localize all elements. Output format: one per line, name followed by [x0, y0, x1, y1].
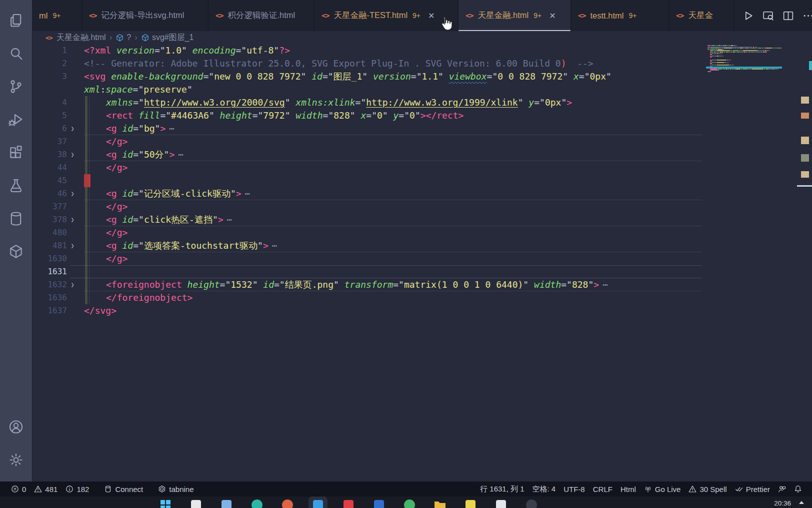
status-bell[interactable]: [790, 481, 806, 496]
code-row[interactable]: 46❯<g id="记分区域-click驱动">⋯: [32, 187, 812, 200]
split-editor-icon[interactable]: [782, 10, 794, 22]
tab-天星金融.html[interactable]: <>天星金融.html9+✕: [458, 0, 571, 31]
activity-package-icon[interactable]: [0, 235, 32, 268]
code-row[interactable]: 45: [32, 174, 812, 187]
code-row[interactable]: 5<rect fill="#4463A6" height="7972" widt…: [32, 109, 812, 122]
fold-chevron-icon[interactable]: ❯: [67, 122, 78, 135]
activity-search-icon[interactable]: [0, 37, 32, 70]
tab-天星金[interactable]: <>天星金: [669, 0, 734, 31]
code-row[interactable]: 377</g>: [32, 200, 812, 213]
code-row[interactable]: 37</g>: [32, 135, 812, 148]
run-icon[interactable]: [742, 10, 754, 22]
fold-chevron-icon[interactable]: ❯: [67, 278, 78, 291]
line-number[interactable]: 481: [32, 239, 67, 252]
status-prettier[interactable]: Prettier: [731, 481, 774, 496]
tab-记分逻辑-导出svg.html[interactable]: <>记分逻辑-导出svg.html: [82, 0, 208, 31]
taskbar-app-green-icon[interactable]: [403, 498, 416, 508]
taskbar-app-blue-icon[interactable]: [372, 498, 386, 508]
code-row[interactable]: 1637</svg>: [32, 304, 812, 317]
tab-天星金融-TEST.html[interactable]: <>天星金融-TEST.html9+✕: [314, 0, 458, 31]
status-0[interactable]: 0: [7, 481, 30, 496]
open-preview-icon[interactable]: [762, 10, 774, 22]
activity-settings-icon[interactable]: [0, 443, 32, 476]
tab-ml[interactable]: ml9+: [32, 0, 82, 31]
status-空格-4[interactable]: 空格: 4: [528, 481, 560, 496]
code-row[interactable]: 38❯<g id="50分">⋯: [32, 148, 812, 161]
taskbar-windows-icon[interactable]: [159, 498, 172, 508]
fold-chevron-icon[interactable]: ❯: [67, 239, 78, 252]
status-tabnine[interactable]: tabnine: [154, 481, 198, 496]
tab-积分逻辑验证.html[interactable]: <>积分逻辑验证.html: [208, 0, 314, 31]
activity-database-icon[interactable]: [0, 202, 32, 235]
line-number[interactable]: 1637: [32, 304, 67, 317]
status-person-feedback[interactable]: [774, 481, 790, 496]
activity-testing-icon[interactable]: [0, 169, 32, 202]
taskbar-photos-icon[interactable]: [464, 498, 477, 508]
status-go-live[interactable]: Go Live: [640, 481, 685, 496]
taskbar-folder-icon[interactable]: [434, 498, 446, 508]
status-182[interactable]: 182: [62, 481, 93, 496]
code-row[interactable]: 4xmlns="http://www.w3.org/2000/svg" xmln…: [32, 96, 812, 109]
fold-chevron-icon[interactable]: ❯: [67, 148, 78, 161]
tray-chevron-icon[interactable]: [799, 501, 804, 504]
tab-close-icon[interactable]: ✕: [428, 11, 434, 21]
status-行-1631-列-1[interactable]: 行 1631, 列 1: [476, 481, 528, 496]
line-number[interactable]: 2: [32, 57, 67, 70]
taskbar-vscode-icon[interactable]: [312, 498, 324, 508]
taskbar-app-teal-icon[interactable]: [250, 498, 264, 508]
code-row[interactable]: 1636</foreignobject>: [32, 291, 812, 304]
taskbar-calendar-icon[interactable]: [220, 498, 233, 508]
activity-source-control-icon[interactable]: [0, 70, 32, 103]
folded-ellipsis[interactable]: ⋯: [227, 214, 234, 225]
folded-ellipsis[interactable]: ⋯: [272, 240, 278, 251]
code-row[interactable]: 6❯<g id="bg">⋯: [32, 122, 812, 135]
code-row[interactable]: 481❯<g id="选项答案-touchstart驱动">⋯: [32, 239, 812, 252]
tab-testt.html[interactable]: <>testt.html9+: [571, 0, 669, 31]
code-row[interactable]: 1<?xml version="1.0" encoding="utf-8"?>: [32, 44, 812, 57]
code-row[interactable]: 1630</g>: [32, 252, 812, 265]
folded-ellipsis[interactable]: ⋯: [245, 188, 252, 199]
activity-account-icon[interactable]: [0, 410, 32, 443]
breadcrumb-item[interactable]: ?: [116, 33, 131, 42]
more-actions-icon[interactable]: [802, 10, 812, 22]
line-number[interactable]: 37: [32, 135, 67, 148]
code-row[interactable]: 1632❯<foreignobject height="1532" id="结果…: [32, 278, 812, 291]
tab-close-icon[interactable]: ✕: [549, 11, 556, 21]
line-number[interactable]: 45: [32, 174, 67, 187]
line-number[interactable]: 480: [32, 226, 67, 239]
status-30-spell[interactable]: 30 Spell: [684, 481, 730, 496]
code-row-wrap[interactable]: xml:space="preserve": [32, 83, 812, 96]
line-number[interactable]: 1630: [32, 252, 67, 265]
line-number[interactable]: 5: [32, 109, 67, 122]
line-number[interactable]: 1636: [32, 291, 67, 304]
status-481[interactable]: 481: [30, 481, 62, 496]
line-number[interactable]: [32, 83, 67, 96]
folded-ellipsis[interactable]: ⋯: [169, 123, 176, 134]
taskbar-app-white-icon[interactable]: [190, 498, 202, 508]
code-row[interactable]: 1631: [32, 265, 812, 278]
breadcrumb-item[interactable]: <>天星金融.html: [46, 33, 106, 43]
line-number[interactable]: 3: [32, 70, 67, 83]
activity-extensions-icon[interactable]: [0, 136, 32, 169]
fold-chevron-icon[interactable]: ❯: [67, 187, 78, 200]
line-number[interactable]: 1632: [32, 278, 67, 291]
code-row[interactable]: 2<!-- Generator: Adobe Illustrator 25.0.…: [32, 57, 812, 70]
taskbar-app-dark-icon[interactable]: [525, 498, 538, 508]
taskbar-app-doc-icon[interactable]: [494, 498, 508, 508]
taskbar-clock[interactable]: 20:36: [774, 499, 791, 507]
status-utf-8[interactable]: UTF-8: [560, 481, 589, 496]
status-crlf[interactable]: CRLF: [589, 481, 616, 496]
line-number[interactable]: 1631: [32, 265, 67, 278]
code-row[interactable]: 44</g>: [32, 161, 812, 174]
fold-chevron-icon[interactable]: ❯: [67, 213, 78, 226]
code-row[interactable]: 378❯<g id="click热区-遮挡">⋯: [32, 213, 812, 226]
activity-run-debug-icon[interactable]: [0, 103, 32, 136]
taskbar-app-red-icon[interactable]: [342, 498, 355, 508]
taskbar-app-orange-icon[interactable]: [281, 498, 294, 508]
line-number[interactable]: 377: [32, 200, 67, 213]
code-row[interactable]: 3<svg enable-background="new 0 0 828 797…: [32, 70, 812, 83]
line-number[interactable]: 44: [32, 161, 67, 174]
line-number[interactable]: 38: [32, 148, 67, 161]
line-number[interactable]: 46: [32, 187, 67, 200]
status-html[interactable]: Html: [616, 481, 640, 496]
